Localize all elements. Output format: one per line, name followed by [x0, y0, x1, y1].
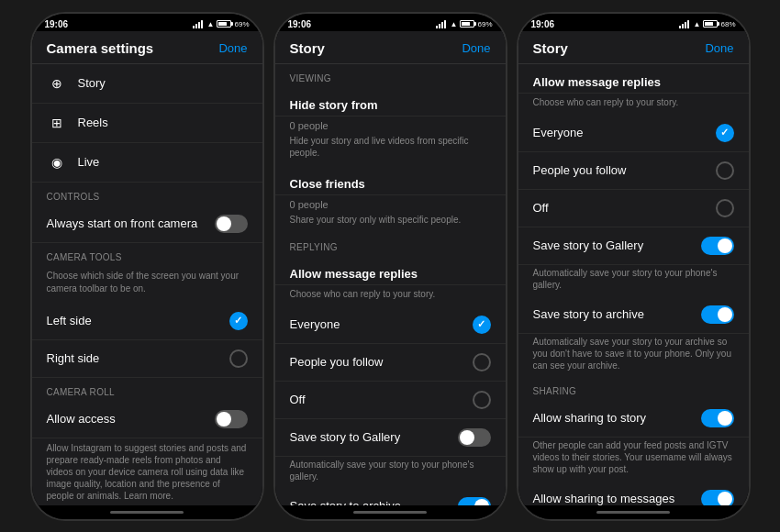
people-follow-row-2[interactable]: People you follow	[275, 344, 506, 382]
done-button-2[interactable]: Done	[462, 41, 490, 55]
camera-tools-section: Camera tools	[32, 243, 262, 266]
everyone-row-2[interactable]: Everyone ✓	[275, 306, 506, 344]
left-side-label: Left side	[47, 314, 92, 327]
right-side-label: Right side	[47, 351, 100, 365]
signal-icon-2	[436, 20, 446, 28]
save-gallery-toggle-3[interactable]	[701, 237, 734, 255]
people-follow-row-3[interactable]: People you follow	[518, 152, 749, 190]
home-indicator-1	[32, 505, 262, 519]
save-gallery-desc-2: Automatically save your story to your ph…	[275, 457, 506, 488]
always-front-row[interactable]: Always start on front camera	[32, 205, 262, 243]
always-front-toggle[interactable]	[215, 215, 248, 233]
close-friends-desc: Share your story only with specific peop…	[275, 214, 506, 233]
status-bar-1: 19:06 ▲ 69%	[32, 14, 262, 31]
battery-pct-2: 69%	[477, 20, 492, 28]
allow-sharing-toggle[interactable]	[701, 409, 734, 427]
save-archive-desc-3: Automatically save your story to your ar…	[518, 334, 749, 377]
menu-reels-label: Reels	[78, 116, 108, 129]
menu-reels[interactable]: ⊞ Reels	[32, 104, 262, 143]
allow-messages-label: Allow sharing to messages	[533, 492, 675, 505]
phone-2: 19:06 ▲ 69% Story Done	[273, 12, 507, 521]
off-label-3: Off	[533, 201, 549, 215]
home-bar-3	[596, 511, 670, 514]
signal-icon-1	[193, 20, 203, 28]
save-archive-toggle-2[interactable]	[458, 497, 491, 505]
people-follow-radio-2[interactable]	[473, 353, 491, 371]
save-archive-row-2[interactable]: Save story to archive	[275, 488, 506, 505]
menu-story[interactable]: ⊕ Story	[32, 64, 262, 104]
people-follow-radio-3[interactable]	[716, 161, 734, 180]
done-button-1[interactable]: Done	[218, 41, 247, 55]
screen-content-1: ⊕ Story ⊞ Reels ◉ Live Controls Always s…	[32, 64, 262, 505]
left-side-row[interactable]: Left side ✓	[32, 303, 262, 340]
allow-replies-heading-3: Allow message replies	[518, 64, 749, 94]
save-archive-row-3[interactable]: Save story to archive	[518, 296, 749, 334]
menu-live-label: Live	[78, 155, 100, 169]
right-side-row[interactable]: Right side	[32, 340, 262, 378]
home-bar-2	[353, 511, 427, 514]
status-bar-3: 19:06 ▲ 68%	[518, 14, 749, 31]
battery-icon-1	[217, 20, 231, 28]
status-icons-1: ▲ 69%	[193, 20, 250, 28]
allow-messages-toggle[interactable]	[701, 490, 734, 505]
everyone-row-3[interactable]: Everyone ✓	[518, 115, 749, 152]
page-title-1: Camera settings	[47, 40, 154, 56]
save-gallery-row-2[interactable]: Save story to Gallery	[275, 419, 506, 457]
save-archive-toggle-3[interactable]	[701, 305, 734, 324]
hide-story-desc: Hide your story and live videos from spe…	[275, 135, 506, 166]
allow-replies-desc-3: Choose who can reply to your story.	[518, 94, 749, 115]
save-gallery-desc-3: Automatically save your story to your ph…	[518, 265, 749, 296]
screen-content-2: Viewing Hide story from 0 people Hide yo…	[275, 64, 506, 505]
allow-replies-desc-2: Choose who can reply to your story.	[275, 285, 506, 306]
battery-pct-3: 68%	[720, 20, 735, 28]
left-side-radio[interactable]: ✓	[229, 312, 248, 330]
screen-header-2: Story Done	[275, 31, 506, 64]
save-gallery-toggle-2[interactable]	[458, 428, 491, 447]
status-icons-2: ▲ 69%	[436, 20, 493, 28]
camera-tools-desc: Choose which side of the screen you want…	[32, 266, 262, 303]
save-gallery-row-3[interactable]: Save story to Gallery	[518, 227, 749, 265]
wifi-icon-2: ▲	[451, 20, 458, 28]
allow-messages-row[interactable]: Allow sharing to messages	[518, 481, 749, 505]
always-front-label: Always start on front camera	[47, 216, 198, 230]
allow-access-desc: Allow Instagram to suggest stories and p…	[32, 438, 262, 505]
people-follow-label-2: People you follow	[290, 355, 384, 369]
hide-story-count: 0 people	[275, 116, 506, 135]
close-friends-heading: Close friends	[275, 166, 506, 195]
allow-access-toggle[interactable]	[215, 410, 248, 428]
save-archive-label-3: Save story to archive	[533, 307, 644, 321]
status-time-3: 19:06	[531, 19, 555, 29]
allow-access-label: Allow access	[47, 412, 116, 426]
controls-section: Controls	[32, 183, 262, 205]
status-time-2: 19:06	[288, 19, 312, 29]
screen-1: Camera settings Done ⊕ Story ⊞ Reels ◉ L…	[32, 31, 262, 505]
menu-live[interactable]: ◉ Live	[32, 143, 262, 183]
off-radio-2[interactable]	[473, 391, 491, 409]
phone-3: 19:06 ▲ 68% Story Done	[517, 12, 751, 521]
page-title-3: Story	[533, 40, 568, 56]
home-bar-1	[110, 511, 184, 514]
viewing-label: Viewing	[275, 64, 506, 87]
wifi-icon-1: ▲	[207, 20, 215, 28]
off-row-2[interactable]: Off	[275, 382, 506, 419]
status-icons-3: ▲ 68%	[679, 20, 736, 28]
home-indicator-3	[518, 505, 749, 519]
off-row-3[interactable]: Off	[518, 190, 749, 227]
allow-sharing-row[interactable]: Allow sharing to story	[518, 400, 749, 438]
everyone-label-3: Everyone	[533, 126, 584, 139]
everyone-label-2: Everyone	[290, 317, 340, 331]
phone-1: 19:06 ▲ 69% Camera settings Done	[30, 12, 264, 521]
allow-sharing-label: Allow sharing to story	[533, 411, 647, 425]
right-side-radio[interactable]	[229, 349, 248, 368]
allow-access-row[interactable]: Allow access	[32, 401, 262, 438]
save-gallery-label-3: Save story to Gallery	[533, 238, 644, 252]
home-indicator-2	[275, 505, 506, 519]
signal-icon-3	[679, 20, 689, 28]
everyone-radio-3[interactable]: ✓	[716, 124, 734, 142]
done-button-3[interactable]: Done	[705, 41, 733, 55]
everyone-radio-2[interactable]: ✓	[473, 316, 491, 334]
people-follow-label-3: People you follow	[533, 163, 627, 177]
off-radio-3[interactable]	[716, 199, 734, 217]
screen-header-1: Camera settings Done	[32, 31, 262, 64]
screen-3: Story Done Allow message replies Choose …	[518, 31, 749, 505]
